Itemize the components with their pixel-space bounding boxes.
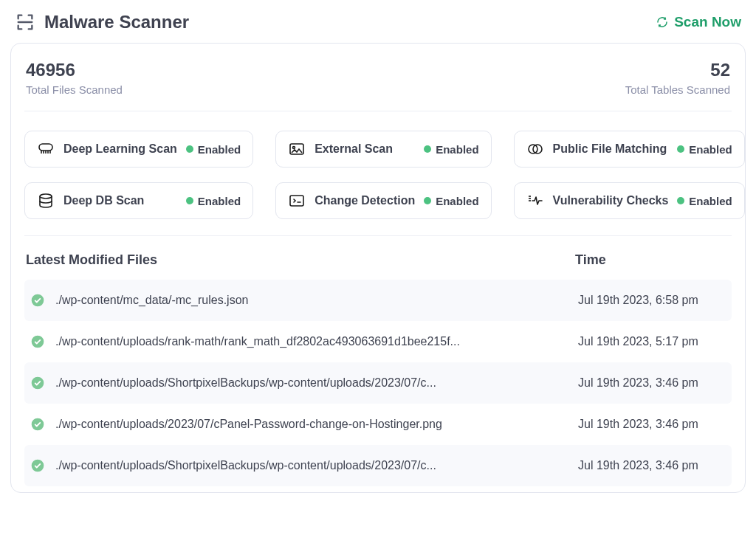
table-row: ./wp-content/uploads/rank-math/rank_math… [24,321,732,362]
table-row: ./wp-content/uploads/ShortpixelBackups/w… [24,362,732,404]
status-dot-icon [186,145,193,153]
status-label: Enabled [689,195,732,207]
feature-label: Deep DB Scan [63,194,144,207]
file-path: ./wp-content/uploads/ShortpixelBackups/w… [55,459,568,472]
status-dot-icon [677,197,684,204]
svg-rect-1 [39,144,52,151]
status-label: Enabled [436,143,478,156]
stats-row: 46956 Total Files Scanned 52 Total Table… [24,60,732,111]
tables-scanned-value: 52 [625,60,730,80]
column-header-file: Latest Modified Files [26,252,157,268]
feature-status: Enabled [424,143,478,156]
files-scanned-value: 46956 [26,60,123,80]
feature-status: Enabled [424,195,478,207]
files-table: Latest Modified Files Time ./wp-content/… [24,236,732,486]
column-header-time: Time [575,252,730,268]
file-path: ./wp-content/mc_data/-mc_rules.json [55,294,568,307]
svg-point-8 [293,147,295,149]
header-left: Malware Scanner [15,12,189,32]
file-time: Jul 19th 2023, 3:46 pm [578,376,726,390]
feature-label: Change Detection [315,194,415,207]
change-detection-icon [288,192,306,210]
tables-scanned-label: Total Tables Scanned [625,83,730,96]
check-circle-icon [30,334,45,349]
page-header: Malware Scanner Scan Now [10,12,746,43]
page-title: Malware Scanner [44,12,189,32]
status-dot-icon [186,197,193,204]
file-time: Jul 19th 2023, 3:46 pm [578,418,726,431]
feature-status: Enabled [677,195,732,207]
file-path: ./wp-content/uploads/rank-math/rank_math… [55,335,568,348]
vulnerability-icon [526,192,544,210]
status-label: Enabled [689,143,732,156]
check-circle-icon [30,458,45,473]
file-time: Jul 19th 2023, 5:17 pm [578,335,726,348]
table-header: Latest Modified Files Time [24,252,732,280]
scanner-icon [15,12,35,32]
database-icon [37,192,55,210]
feature-label: Vulnerability Checks [553,194,669,207]
scanner-card: 46956 Total Files Scanned 52 Total Table… [10,43,746,493]
svg-point-11 [40,194,52,199]
file-path: ./wp-content/uploads/ShortpixelBackups/w… [55,376,568,390]
status-label: Enabled [198,195,241,207]
status-dot-icon [424,197,431,204]
file-rows: ./wp-content/mc_data/-mc_rules.jsonJul 1… [24,280,732,486]
public-file-icon [526,140,544,158]
scan-now-label: Scan Now [674,14,741,30]
table-row: ./wp-content/mc_data/-mc_rules.jsonJul 1… [24,280,732,321]
status-label: Enabled [436,195,478,207]
status-label: Enabled [198,143,241,156]
feature-change-detection: Change Detection Enabled [275,182,491,219]
file-path: ./wp-content/uploads/2023/07/cPanel-Pass… [55,418,568,431]
stat-files-scanned: 46956 Total Files Scanned [26,60,123,96]
scan-now-button[interactable]: Scan Now [656,14,741,30]
feature-public-file-matching: Public File Matching Enabled [514,131,745,168]
files-scanned-label: Total Files Scanned [26,83,123,96]
external-scan-icon [288,140,306,158]
features-grid: Deep Learning Scan Enabled External Scan… [24,111,732,236]
check-circle-icon [30,293,45,308]
feature-deep-learning-scan: Deep Learning Scan Enabled [24,131,253,168]
feature-label: External Scan [315,142,393,156]
feature-deep-db-scan: Deep DB Scan Enabled [24,182,253,219]
status-dot-icon [677,145,684,153]
file-time: Jul 19th 2023, 6:58 pm [578,294,726,307]
table-row: ./wp-content/uploads/ShortpixelBackups/w… [24,445,732,486]
file-time: Jul 19th 2023, 3:46 pm [578,459,726,472]
feature-vulnerability-checks: Vulnerability Checks Enabled [514,182,745,219]
feature-status: Enabled [677,143,732,156]
table-row: ./wp-content/uploads/2023/07/cPanel-Pass… [24,404,732,445]
svg-rect-12 [290,196,303,206]
feature-status: Enabled [186,195,241,207]
stat-tables-scanned: 52 Total Tables Scanned [625,60,730,96]
check-circle-icon [30,376,45,390]
feature-status: Enabled [186,143,241,156]
feature-label: Public File Matching [553,142,667,156]
deep-learning-icon [37,140,55,158]
check-circle-icon [30,417,45,432]
status-dot-icon [424,145,431,153]
refresh-icon [656,16,668,28]
feature-external-scan: External Scan Enabled [275,131,491,168]
feature-label: Deep Learning Scan [63,142,177,156]
